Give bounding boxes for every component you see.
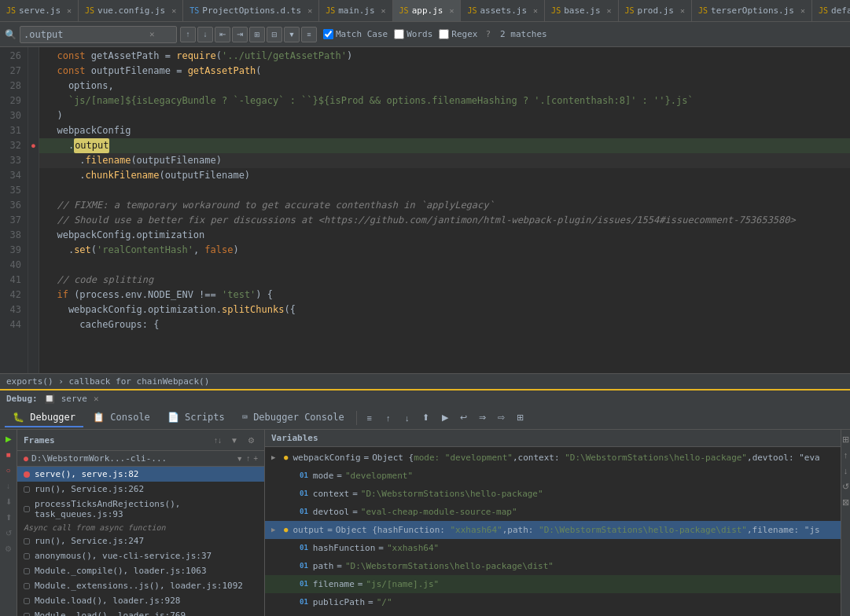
debug-action-5[interactable]: ▶ [436,409,454,427]
search-replace-all-button[interactable]: ⊟ [267,27,282,42]
tab-app-js[interactable]: JS app.js ✕ [393,0,462,21]
debug-action-8[interactable]: ⇨ [493,409,510,427]
debug-action-3[interactable]: ↓ [399,409,416,427]
search-input[interactable]: .output [24,29,149,40]
tab-close[interactable]: ✕ [680,6,685,15]
tab-defaults-js[interactable]: JS defaults.js ✕ [812,0,850,21]
regex-option[interactable]: Regex [439,29,477,39]
tab-assets-js[interactable]: JS assets.js ✕ [461,0,545,21]
frame-item-6[interactable]: Module._compile(), loader.js:1063 [17,563,264,578]
tab-close[interactable]: ✕ [533,6,538,15]
regex-checkbox[interactable] [439,29,449,39]
variables-panel: Variables ▶ ● webpackConfig = Object {mo… [265,430,841,616]
search-filter-button[interactable]: ▼ [284,27,300,42]
code-editor[interactable]: const getAssetPath = require('../util/ge… [39,47,850,373]
debug-action-2[interactable]: ↑ [380,409,397,427]
panel-action-1[interactable]: ⊞ [838,431,851,447]
debug-action-6[interactable]: ↩ [455,409,473,427]
step-into-btn[interactable]: ⬇ [2,494,16,508]
panel-action-5[interactable]: ⊠ [838,494,851,510]
match-case-checkbox[interactable] [323,29,333,39]
tab-label: base.js [564,6,600,16]
frames-sort-button[interactable]: ↑↓ [211,433,225,447]
var-filename[interactable]: 01 filename = "js/[name].js" [265,575,841,593]
panel-action-4[interactable]: ↺ [838,478,851,494]
tab-serve-js[interactable]: JS serve.js ✕ [0,0,79,21]
tab-console[interactable]: 📋 Console [85,409,158,427]
var-hash-function[interactable]: 01 hashFunction = "xxhash64" [265,539,841,557]
tab-close[interactable]: ✕ [67,6,72,15]
tab-close[interactable]: ✕ [381,6,386,15]
debug-close-button[interactable]: ✕ [94,394,99,404]
thread-sort-button[interactable]: ↑ [246,454,250,463]
debug-action-7[interactable]: ⇒ [474,409,491,427]
search-find-prev-button[interactable]: ⇤ [215,27,230,42]
search-prev-button[interactable]: ↑ [180,27,196,42]
tab-close[interactable]: ✕ [607,6,612,15]
var-context[interactable]: 01 context = "D:\WebstormStations\hello-… [265,485,841,503]
var-mode[interactable]: 01 mode = "development" [265,467,841,485]
var-path[interactable]: 01 path = "D:\WebstormStations\hello-pac… [265,557,841,575]
thread-expand-button[interactable]: ▼ [236,455,243,463]
step-over-btn[interactable]: ↓ [2,478,16,493]
debug-table-btn[interactable]: ⊞ [512,409,529,427]
frame-item-5[interactable]: anonymous(), vue-cli-service.js:37 [17,548,264,563]
tab-label: vue.config.js [98,6,165,16]
panel-action-3[interactable]: ↓ [838,463,851,478]
tab-close[interactable]: ✕ [449,6,454,15]
restart-frame-btn[interactable]: ↺ [2,526,16,540]
var-devtool[interactable]: 01 devtool = "eval-cheap-module-source-m… [265,503,841,521]
expand-icon[interactable]: ▶ [271,522,281,537]
resume-button[interactable]: ▶ [2,431,16,446]
frame-item-8[interactable]: Module.load(), loader.js:928 [17,593,264,608]
panel-action-2[interactable]: ↑ [838,447,851,463]
frame-item-7[interactable]: Module._extensions..js(), loader.js:1092 [17,578,264,593]
tab-vue-config-js[interactable]: JS vue.config.js ✕ [79,0,183,21]
tab-main-js[interactable]: JS main.js ✕ [319,0,392,21]
tab-base-js[interactable]: JS base.js ✕ [545,0,618,21]
debug-label: Debug: [6,394,38,404]
expand-icon[interactable]: ▶ [271,450,281,465]
tab-terser-js[interactable]: JS terserOptions.js ✕ [692,0,812,21]
line-num-44: 44 [6,317,21,332]
tab-debugger-console[interactable]: ⌨ Debugger Console [234,409,352,427]
debug-action-1[interactable]: ≡ [361,409,378,427]
search-next-button[interactable]: ↓ [197,27,213,42]
stop-button[interactable]: ■ [2,447,16,461]
frames-settings-button[interactable]: ⚙ [244,433,258,447]
debug-action-4[interactable]: ⬆ [418,409,435,427]
var-output[interactable]: ▶ ● output = Object {hashFunction: "xxha… [265,521,841,539]
frame-item-4[interactable]: run(), Service.js:247 [17,534,264,548]
var-webpack-config[interactable]: ▶ ● webpackConfig = Object {mode: "devel… [265,449,841,467]
frame-item-0[interactable]: serve(), serve.js:82 [17,467,264,482]
var-value-context: "D:\WebstormStations\hello-package" [361,486,543,501]
tab-close[interactable]: ✕ [800,6,805,15]
search-help-icon[interactable]: ? [485,29,491,39]
code-line-43: webpackConfig.optimization.splitChunks({ [39,302,850,317]
settings-btn[interactable]: ⚙ [2,541,16,556]
frame-dot [24,471,30,478]
words-checkbox[interactable] [394,29,404,39]
tab-close[interactable]: ✕ [307,6,312,15]
match-case-option[interactable]: Match Case [323,29,388,39]
var-public-path[interactable]: 01 publicPath = "/" [265,593,841,611]
frame-item-1[interactable]: run(), Service.js:262 [17,482,264,497]
search-replace-button[interactable]: ⊞ [249,27,265,42]
tab-prod-js[interactable]: JS prod.js ✕ [619,0,692,21]
search-context-button[interactable]: ≡ [301,27,317,42]
tab-debugger[interactable]: 🐛 Debugger [5,409,83,427]
search-clear-icon[interactable]: ✕ [149,29,155,39]
tab-close[interactable]: ✕ [171,6,176,15]
tab-project-options-ts[interactable]: TS ProjectOptions.d.ts ✕ [183,0,319,21]
obj-icon: ● [284,522,288,537]
mute-button[interactable]: ○ [2,463,16,477]
words-option[interactable]: Words [394,29,432,39]
var-chunk-filename[interactable]: 01 chunkFilename = "js/[name].js" [265,611,841,616]
frame-item-2[interactable]: processTicksAndRejections(), task_queues… [17,497,264,522]
step-out-btn[interactable]: ⬆ [2,510,16,524]
frame-item-9[interactable]: Module._load(), loader.js:769 [17,608,264,616]
tab-scripts[interactable]: 📄 Scripts [160,409,233,427]
search-find-next-button[interactable]: ⇥ [232,27,248,42]
frames-filter-button[interactable]: ▼ [227,433,241,447]
thread-add-button[interactable]: + [253,454,258,463]
